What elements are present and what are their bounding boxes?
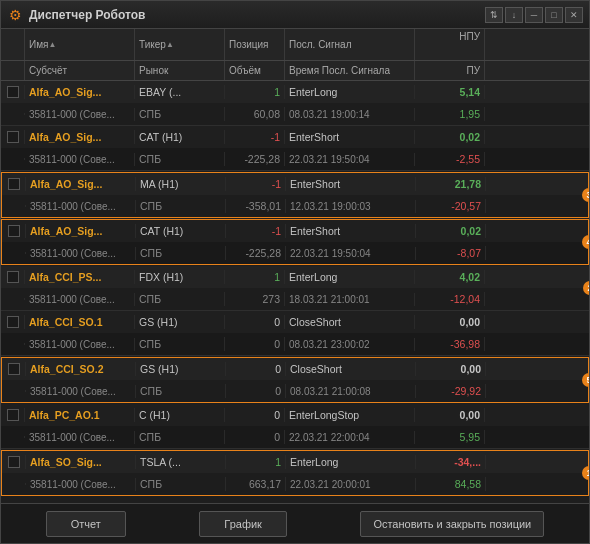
minimize-btn[interactable]: ─ [525,7,543,23]
row-sub-check [1,113,25,115]
row-market: СПБ [135,107,225,121]
row-badge: 4 [582,235,589,249]
th2-time: Время Посл. Сигнала [285,61,415,80]
download-btn[interactable]: ↓ [505,7,523,23]
row-ticker: EBAY (... [135,85,225,99]
th2-vol: Объём [225,61,285,80]
report-button[interactable]: Отчет [46,511,126,537]
row-position: -1 [226,177,286,191]
row-subchet: 35811-000 (Сове... [25,153,135,166]
row-subchet: 35811-000 (Сове... [25,108,135,121]
row-volume: 273 [225,292,285,306]
app-icon: ⚙ [7,7,23,23]
row-name: Alfa_CCI_SO.1 [25,315,135,329]
row-checkbox[interactable] [1,270,25,284]
maximize-btn[interactable]: □ [545,7,563,23]
row-volume: 0 [225,337,285,351]
row-checkbox[interactable] [2,455,26,469]
row-position: 1 [225,270,285,284]
row-subchet: 35811-000 (Сове... [26,385,136,398]
th2-pu: ПУ [415,61,485,80]
table-row: Alfa_CCI_PS... FDX (H1) 1 EnterLong 4,02… [1,266,589,311]
row-time: 22.03.21 19:50:04 [285,153,415,166]
stop-button[interactable]: Остановить и закрыть позиции [360,511,544,537]
row-sub-check [2,390,26,392]
row-signal: EnterLongStop [285,408,415,422]
window-title: Диспетчер Роботов [29,8,479,22]
table-row: Alfa_AO_Sig... MA (H1) -1 EnterShort 21,… [1,172,589,218]
th-ticker[interactable]: Тикер [135,29,225,60]
row-npu: 0,00 [415,408,485,422]
row-volume: 0 [225,430,285,444]
rows-container: Alfa_AO_Sig... EBAY (... 1 EnterLong 5,1… [1,81,589,503]
row-volume: -225,28 [226,246,286,260]
row-subchet: 35811-000 (Сове... [26,478,136,491]
chart-button[interactable]: График [199,511,287,537]
row-badge: 1 [582,466,589,480]
row-checkbox[interactable] [1,408,25,422]
row-npu: 0,00 [416,362,486,376]
row-name: Alfa_SO_Sig... [26,455,136,469]
row-signal: EnterShort [285,130,415,144]
th2-check [1,61,25,80]
row-position: 0 [225,408,285,422]
row-market: СПБ [136,246,226,260]
row-signal: CloseShort [285,315,415,329]
row-sub-check [1,343,25,345]
row-volume: 0 [226,384,286,398]
row-name: Alfa_CCI_PS... [25,270,135,284]
row-checkbox[interactable] [1,85,25,99]
table-row: Alfa_AO_Sig... EBAY (... 1 EnterLong 5,1… [1,81,589,126]
th2-subchet: Субсчёт [25,61,135,80]
row-market: СПБ [136,384,226,398]
row-subchet: 35811-000 (Сове... [26,247,136,260]
row-pu: -29,92 [416,384,486,398]
row-signal: EnterLong [286,455,416,469]
row-time: 18.03.21 21:00:01 [285,293,415,306]
row-time: 08.03.21 19:00:14 [285,108,415,121]
row-pu: -36,98 [415,337,485,351]
row-sub-check [2,483,26,485]
table-row: Alfa_SO_Sig... TSLA (... 1 EnterLong -34… [1,450,589,496]
row-pu: 1,95 [415,107,485,121]
th-name[interactable]: Имя [25,29,135,60]
row-pu: -8,07 [416,246,486,260]
row-sub-check [2,252,26,254]
row-npu: 0,00 [415,315,485,329]
row-market: СПБ [135,430,225,444]
row-name: Alfa_AO_Sig... [26,177,136,191]
row-npu: 0,02 [415,130,485,144]
row-checkbox[interactable] [2,224,26,238]
table-row: Alfa_AO_Sig... CAT (H1) -1 EnterShort 0,… [1,219,589,265]
table-row: Alfa_CCI_SO.2 GS (H1) 0 CloseShort 0,00 … [1,357,589,403]
row-checkbox[interactable] [2,177,26,191]
row-position: -1 [225,130,285,144]
close-btn[interactable]: ✕ [565,7,583,23]
th-pos[interactable]: Позиция [225,29,285,60]
row-name: Alfa_CCI_SO.2 [26,362,136,376]
row-position: 1 [226,455,286,469]
row-checkbox[interactable] [2,362,26,376]
row-position: -1 [226,224,286,238]
row-subchet: 35811-000 (Сове... [25,431,135,444]
row-checkbox[interactable] [1,315,25,329]
row-sub-check [2,205,26,207]
row-ticker: FDX (H1) [135,270,225,284]
row-name: Alfa_AO_Sig... [26,224,136,238]
row-volume: -225,28 [225,152,285,166]
row-sub-check [1,436,25,438]
row-signal: CloseShort [286,362,416,376]
row-ticker: GS (H1) [136,362,226,376]
row-badge: 3 [582,188,589,202]
th-signal[interactable]: Посл. Сигнал [285,29,415,60]
table-header-row2: Субсчёт Рынок Объём Время Посл. Сигнала … [1,61,589,81]
sort-btn[interactable]: ⇅ [485,7,503,23]
row-pu: -20,57 [416,199,486,213]
row-sub-check [1,158,25,160]
row-signal: EnterShort [286,177,416,191]
row-pu: -12,04 [415,292,485,306]
row-checkbox[interactable] [1,130,25,144]
row-npu: 5,14 [415,85,485,99]
row-time: 22.03.21 19:50:04 [286,247,416,260]
row-ticker: CAT (H1) [136,224,226,238]
